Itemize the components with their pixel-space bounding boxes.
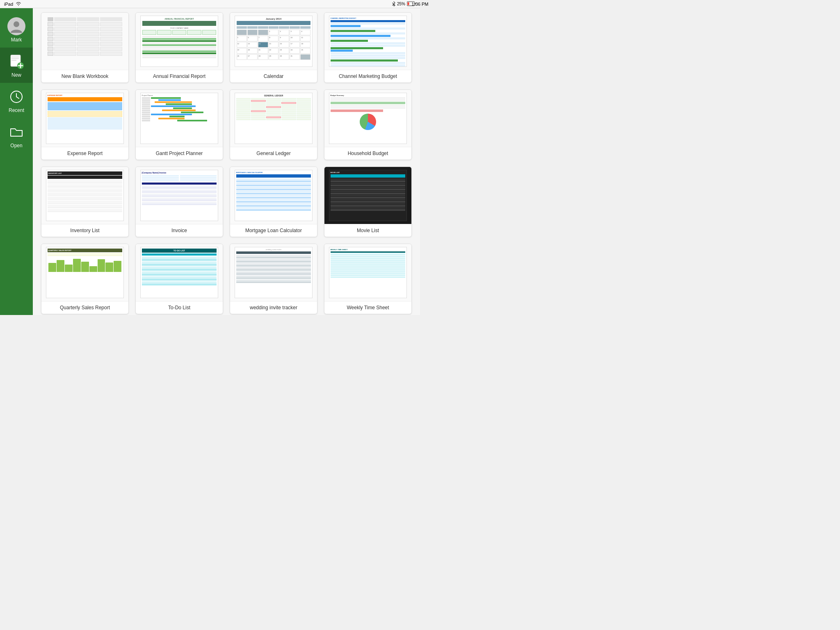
template-label-wedding: wedding invite tracker (230, 301, 317, 314)
template-weekly-timesheet[interactable]: WEEKLY TIME SHEET (324, 244, 412, 314)
template-thumb-general-ledger: GENERAL LEDGER (230, 90, 317, 147)
template-thumb-quarterly-sales: QUARTERLY SALES REPORT (41, 244, 128, 301)
battery-percent: 25% (397, 2, 405, 6)
app-container: Mark New (0, 8, 420, 315)
template-inventory-list[interactable]: INVENTORY LIST (41, 167, 129, 237)
avatar-circle (7, 17, 25, 35)
template-label-gantt: Gantt Project Planner (136, 147, 223, 160)
status-left: iPad (4, 2, 21, 7)
sidebar-item-user[interactable]: Mark (0, 12, 33, 48)
sidebar-item-open[interactable]: Open (0, 118, 33, 153)
template-thumb-movie-list: MOVIE LIST (324, 167, 411, 224)
template-thumb-todo: TO-DO LIST (136, 244, 223, 301)
template-label-general-ledger: General Ledger (230, 147, 317, 160)
template-thumb-gantt: Project Planner (136, 90, 223, 147)
bluetooth-icon (392, 1, 395, 7)
template-mortgage[interactable]: MORTGAGE LOAN CALCULATOR (230, 167, 317, 237)
template-label-calendar: Calendar (230, 70, 317, 82)
template-label-weekly-timesheet: Weekly Time Sheet (324, 301, 411, 314)
new-icon (7, 52, 25, 71)
template-blank[interactable]: New Blank Workbook (41, 12, 129, 83)
template-label-blank: New Blank Workbook (41, 70, 128, 82)
folder-icon (7, 123, 25, 141)
sidebar: Mark New (0, 8, 33, 315)
sidebar-item-new[interactable]: New (0, 48, 33, 83)
svg-rect-2 (408, 2, 409, 5)
template-label-invoice: Invoice (136, 224, 223, 237)
svg-point-3 (14, 21, 19, 27)
template-quarterly-sales[interactable]: QUARTERLY SALES REPORT (41, 244, 129, 314)
user-silhouette (9, 19, 24, 34)
template-expense-report[interactable]: EXPENSE REPORT Expense Report (41, 89, 129, 160)
sidebar-open-label: Open (10, 143, 22, 148)
template-grid: New Blank Workbook ANNUAL FINANCIAL REPO… (41, 12, 412, 314)
status-bar: iPad 1:36 PM 25% (0, 0, 420, 8)
template-thumb-invoice: [Company Name] Invoice (136, 167, 223, 224)
template-thumb-expense-report: EXPENSE REPORT (41, 90, 128, 147)
svg-rect-6 (11, 58, 19, 59)
template-thumb-mortgage: MORTGAGE LOAN CALCULATOR (230, 167, 317, 224)
template-label-movie-list: Movie List (324, 224, 411, 237)
template-annual-financial[interactable]: ANNUAL FINANCIAL REPORT YOUR COMPANY NAM… (135, 12, 223, 83)
template-thumb-calendar: January 2014 1 2 3 4 (230, 13, 317, 70)
template-label-household-budget: Household Budget (324, 147, 411, 160)
template-thumb-channel-marketing: CHANNEL MARKETING BUDGET (324, 13, 411, 70)
template-thumb-household-budget: Budget Summary (324, 90, 411, 147)
clock-icon (7, 88, 25, 106)
svg-rect-5 (11, 57, 19, 57)
template-label-annual-financial: Annual Financial Report (136, 70, 223, 82)
template-gantt[interactable]: Project Planner (135, 89, 223, 160)
template-thumb-weekly-timesheet: WEEKLY TIME SHEET (324, 244, 411, 301)
template-label-inventory-list: Inventory List (41, 224, 128, 237)
svg-rect-7 (11, 60, 16, 61)
status-time: 1:36 PM (412, 2, 420, 7)
wifi-icon (16, 2, 21, 7)
sidebar-user-label: Mark (11, 37, 22, 43)
template-label-quarterly-sales: Quarterly Sales Report (41, 301, 128, 314)
template-thumb-inventory-list: INVENTORY LIST (41, 167, 128, 224)
template-movie-list[interactable]: MOVIE LIST (324, 167, 412, 237)
sidebar-new-label: New (11, 72, 21, 78)
content-area: New Blank Workbook ANNUAL FINANCIAL REPO… (33, 8, 420, 315)
device-label: iPad (4, 2, 13, 7)
template-label-channel-marketing: Channel Marketing Budget (324, 70, 411, 82)
template-label-mortgage: Mortgage Loan Calculator (230, 224, 317, 237)
avatar (7, 17, 25, 35)
template-thumb-blank (41, 13, 128, 70)
template-general-ledger[interactable]: GENERAL LEDGER G (230, 89, 317, 160)
sidebar-recent-label: Recent (9, 107, 24, 113)
template-label-expense-report: Expense Report (41, 147, 128, 160)
sidebar-item-recent[interactable]: Recent (0, 83, 33, 118)
template-channel-marketing[interactable]: CHANNEL MARKETING BUDGET (324, 12, 412, 83)
svg-line-13 (16, 97, 19, 98)
template-calendar[interactable]: January 2014 1 2 3 4 (230, 12, 317, 83)
template-household-budget[interactable]: Budget Summary Household Budget (324, 89, 412, 160)
template-thumb-annual-financial: ANNUAL FINANCIAL REPORT YOUR COMPANY NAM… (136, 13, 223, 70)
template-wedding[interactable]: wedding invite tracker (230, 244, 317, 314)
template-label-todo: To-Do List (136, 301, 223, 314)
template-invoice[interactable]: [Company Name] Invoice (135, 167, 223, 237)
template-todo[interactable]: TO-DO LIST (135, 244, 223, 314)
template-thumb-wedding: wedding invite tracker (230, 244, 317, 301)
